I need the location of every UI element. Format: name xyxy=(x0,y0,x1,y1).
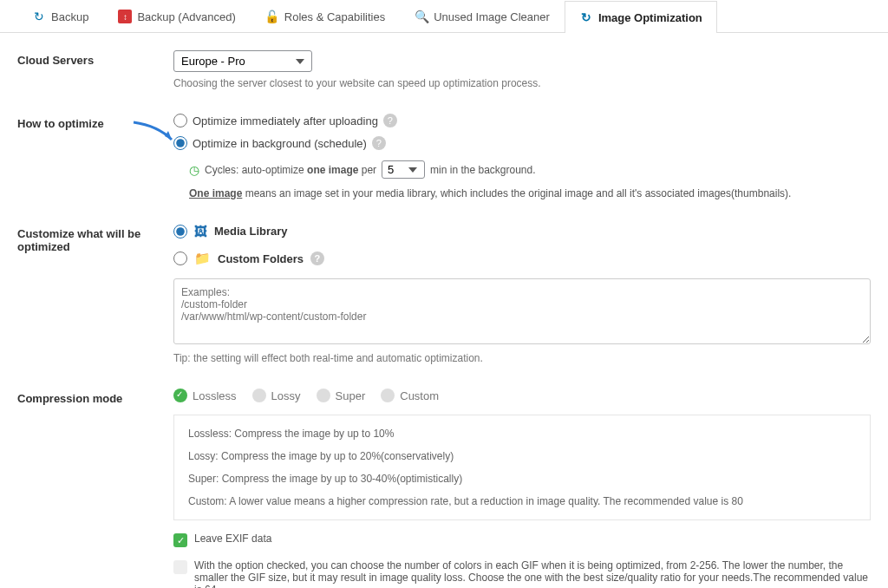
compression-descriptions: Lossless: Compress the image by up to 10… xyxy=(173,415,871,520)
clock-icon: ◷ xyxy=(189,163,199,177)
tabs-bar: ↻Backup ↕Backup (Advanced) 🔓Roles & Capa… xyxy=(0,0,888,33)
tab-roles[interactable]: 🔓Roles & Capabilities xyxy=(251,0,400,32)
tab-backup[interactable]: ↻Backup xyxy=(17,0,103,32)
help-icon[interactable]: ? xyxy=(383,114,397,127)
help-icon[interactable]: ? xyxy=(372,136,386,150)
refresh-icon: ↻ xyxy=(32,10,46,23)
mode-lossy[interactable]: Lossy xyxy=(252,389,301,402)
refresh-icon: ↻ xyxy=(579,10,593,24)
checkbox-gif-colors[interactable] xyxy=(173,560,187,574)
help-icon[interactable]: ? xyxy=(310,252,324,265)
mode-lossless[interactable]: Lossless xyxy=(173,389,237,402)
tab-unused-cleaner[interactable]: 🔍Unused Image Cleaner xyxy=(400,0,565,32)
tab-image-optimization[interactable]: ↻Image Optimization xyxy=(565,1,717,33)
mode-custom[interactable]: Custom xyxy=(381,389,439,402)
check-icon xyxy=(173,389,187,402)
folder-icon: 📁 xyxy=(194,251,211,266)
media-library-icon: 🖼 xyxy=(194,224,207,238)
lock-icon: 🔓 xyxy=(265,10,279,23)
label-compression-mode: Compression mode xyxy=(17,389,173,588)
compression-mode-options: Lossless Lossy Super Custom xyxy=(173,389,871,402)
cloud-help-text: Choosing the server closest to your webs… xyxy=(173,77,871,89)
checkbox-exif[interactable]: ✓ xyxy=(173,533,187,547)
advanced-icon: ↕ xyxy=(118,10,132,23)
mode-super[interactable]: Super xyxy=(317,389,366,402)
tab-backup-advanced[interactable]: ↕Backup (Advanced) xyxy=(103,0,250,32)
custom-folders-textarea[interactable] xyxy=(173,278,871,344)
pointer-arrow-icon xyxy=(132,121,177,147)
one-image-note: One image means an image set in your med… xyxy=(189,187,871,199)
customize-tip: Tip: the setting will effect both real-t… xyxy=(173,352,871,364)
content-area: Cloud Servers Europe - Pro Choosing the … xyxy=(0,33,888,588)
cycles-minutes-select[interactable]: 5 xyxy=(382,160,425,179)
cycles-line: ◷ Cycles: auto-optimize one image per 5 … xyxy=(189,160,871,179)
cloud-server-select[interactable]: Europe - Pro xyxy=(173,50,312,72)
radio-media-library[interactable] xyxy=(173,225,187,238)
label-cloud-servers: Cloud Servers xyxy=(17,50,173,89)
magnify-icon: 🔍 xyxy=(415,10,428,23)
label-customize: Customize what will be optimized xyxy=(17,224,173,364)
radio-custom-folders[interactable] xyxy=(173,252,187,265)
